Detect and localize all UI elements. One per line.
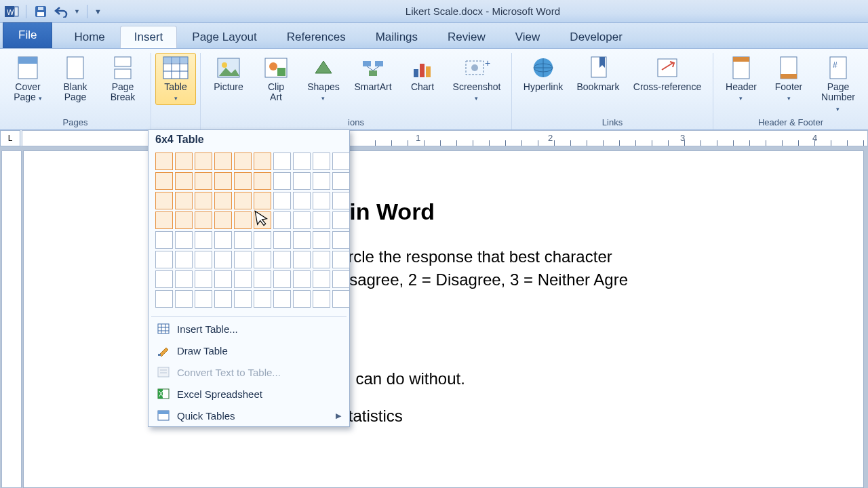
table-grid-cell[interactable] <box>293 211 311 229</box>
tab-developer[interactable]: Developer <box>555 26 637 48</box>
table-grid-cell[interactable] <box>254 152 271 170</box>
tab-references[interactable]: References <box>272 26 361 48</box>
table-grid-cell[interactable] <box>155 270 173 288</box>
table-grid-cell[interactable] <box>293 231 311 249</box>
save-icon[interactable] <box>33 4 48 19</box>
table-grid-cell[interactable] <box>332 172 350 190</box>
table-grid-cell[interactable] <box>332 251 350 268</box>
table-grid-cell[interactable] <box>155 192 173 209</box>
bookmark-button[interactable]: Bookmark <box>572 53 625 94</box>
table-grid-cell[interactable] <box>273 172 291 190</box>
quick-tables-item[interactable]: Quick Tables ▶ <box>149 405 349 426</box>
table-grid-cell[interactable] <box>175 211 193 229</box>
table-grid-cell[interactable] <box>313 211 330 229</box>
blank-page-button[interactable]: Blank Page <box>53 53 98 105</box>
undo-caret-icon[interactable]: ▼ <box>74 8 80 15</box>
table-grid-cell[interactable] <box>313 231 330 249</box>
table-grid-cell[interactable] <box>273 152 291 170</box>
smartart-button[interactable]: SmartArt <box>349 53 397 94</box>
table-grid-cell[interactable] <box>293 270 311 288</box>
table-grid-cell[interactable] <box>332 290 350 308</box>
table-grid-cell[interactable] <box>155 172 173 190</box>
horizontal-ruler[interactable]: L 1 2 3 4 <box>0 130 868 146</box>
table-grid-cell[interactable] <box>175 270 193 288</box>
table-grid-cell[interactable] <box>214 251 232 268</box>
shapes-button[interactable]: Shapes▾ <box>301 53 346 105</box>
screenshot-button[interactable]: +Screenshot▾ <box>448 53 506 105</box>
table-grid-cell[interactable] <box>254 290 271 308</box>
tab-mailings[interactable]: Mailings <box>361 26 433 48</box>
table-grid-cell[interactable] <box>332 211 350 229</box>
table-grid-cell[interactable] <box>273 192 291 209</box>
crossref-button[interactable]: Cross-reference <box>627 53 707 94</box>
table-grid-cell[interactable] <box>195 172 212 190</box>
tab-file[interactable]: File <box>3 22 52 48</box>
table-grid-cell[interactable] <box>175 192 193 209</box>
table-grid-cell[interactable] <box>313 172 330 190</box>
table-grid-cell[interactable] <box>155 231 173 249</box>
table-grid-cell[interactable] <box>175 251 193 268</box>
table-grid-cell[interactable] <box>234 211 252 229</box>
tab-home[interactable]: Home <box>59 26 119 48</box>
table-size-grid[interactable] <box>149 150 349 314</box>
qat-customize-icon[interactable]: ▼ <box>94 7 102 16</box>
tab-insert[interactable]: Insert <box>120 26 178 48</box>
table-grid-cell[interactable] <box>273 211 291 229</box>
table-grid-cell[interactable] <box>273 251 291 268</box>
table-grid-cell[interactable] <box>293 290 311 308</box>
tab-selector[interactable]: L <box>0 130 20 146</box>
footer-button[interactable]: Footer▾ <box>766 53 811 105</box>
table-button[interactable]: Table▾ <box>155 53 196 105</box>
table-grid-cell[interactable] <box>234 270 252 288</box>
table-grid-cell[interactable] <box>313 251 330 268</box>
table-grid-cell[interactable] <box>332 270 350 288</box>
table-grid-cell[interactable] <box>155 152 173 170</box>
table-grid-cell[interactable] <box>254 251 271 268</box>
tab-view[interactable]: View <box>500 26 555 48</box>
tab-page-layout[interactable]: Page Layout <box>177 26 271 48</box>
undo-icon[interactable] <box>54 4 68 19</box>
table-grid-cell[interactable] <box>273 231 291 249</box>
table-grid-cell[interactable] <box>254 231 271 249</box>
table-grid-cell[interactable] <box>234 152 252 170</box>
table-grid-cell[interactable] <box>234 192 252 209</box>
insert-table-item[interactable]: Insert Table... <box>149 318 349 340</box>
draw-table-item[interactable]: Draw Table <box>149 340 349 361</box>
table-grid-cell[interactable] <box>175 172 193 190</box>
chart-button[interactable]: Chart <box>400 53 445 94</box>
table-grid-cell[interactable] <box>293 251 311 268</box>
table-grid-cell[interactable] <box>195 251 212 268</box>
table-grid-cell[interactable] <box>273 270 291 288</box>
picture-button[interactable]: Picture <box>206 53 251 94</box>
table-grid-cell[interactable] <box>195 231 212 249</box>
table-grid-cell[interactable] <box>234 251 252 268</box>
tab-review[interactable]: Review <box>433 26 500 48</box>
table-grid-cell[interactable] <box>332 192 350 209</box>
table-grid-cell[interactable] <box>293 172 311 190</box>
cover-page-button[interactable]: Cover Page ▾ <box>5 53 50 105</box>
table-grid-cell[interactable] <box>313 192 330 209</box>
table-grid-cell[interactable] <box>155 290 173 308</box>
excel-spreadsheet-item[interactable]: X Excel Spreadsheet <box>149 383 349 405</box>
hyperlink-button[interactable]: Hyperlink <box>517 53 569 94</box>
table-grid-cell[interactable] <box>332 152 350 170</box>
table-grid-cell[interactable] <box>254 192 271 209</box>
table-grid-cell[interactable] <box>195 211 212 229</box>
page-break-button[interactable]: Page Break <box>100 53 145 105</box>
table-grid-cell[interactable] <box>234 231 252 249</box>
table-grid-cell[interactable] <box>332 231 350 249</box>
table-grid-cell[interactable] <box>313 270 330 288</box>
table-grid-cell[interactable] <box>214 172 232 190</box>
table-grid-cell[interactable] <box>195 290 212 308</box>
table-grid-cell[interactable] <box>214 231 232 249</box>
table-grid-cell[interactable] <box>273 290 291 308</box>
table-grid-cell[interactable] <box>254 270 271 288</box>
table-grid-cell[interactable] <box>155 211 173 229</box>
page-number-button[interactable]: #Page Number▾ <box>814 53 863 115</box>
table-grid-cell[interactable] <box>214 152 232 170</box>
table-grid-cell[interactable] <box>195 152 212 170</box>
table-grid-cell[interactable] <box>175 290 193 308</box>
table-grid-cell[interactable] <box>254 172 271 190</box>
vertical-ruler[interactable] <box>1 150 22 488</box>
word-app-icon[interactable]: W <box>4 4 19 19</box>
